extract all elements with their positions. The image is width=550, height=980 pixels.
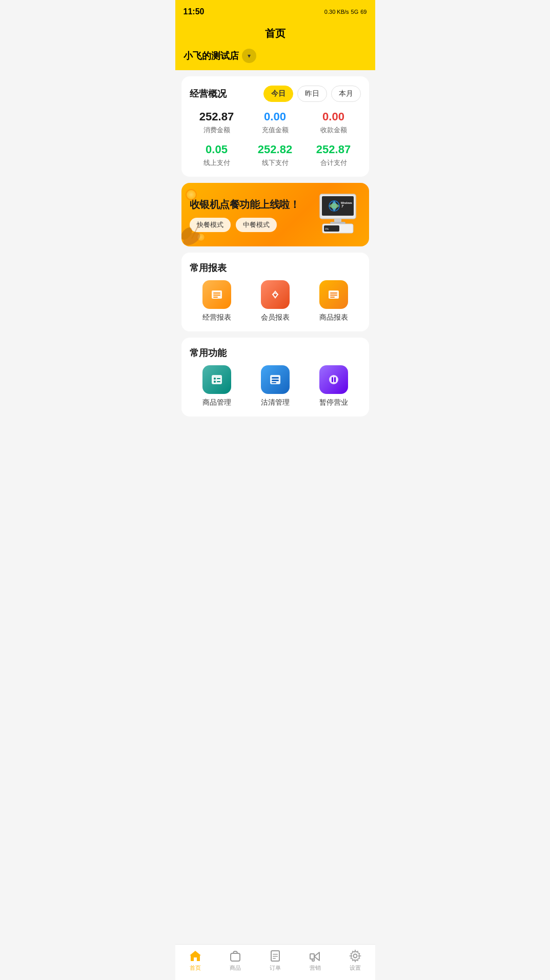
nav-home[interactable]: 首页 [175,949,215,972]
promo-banner[interactable]: 收银机点餐功能上线啦！ 快餐模式 中餐模式 Windows 7 [181,183,369,246]
stat-recharge-value: 0.00 [248,110,302,123]
network-type: 5G [351,9,359,15]
business-report-svg [210,287,224,302]
report-goods-label: 商品报表 [319,313,348,322]
stats-grid: 252.87 消费金额 0.00 充值金额 0.00 收款金额 0.05 线上支… [190,110,361,168]
svg-rect-14 [213,293,220,294]
business-overview-card: 经营概况 今日 昨日 本月 252.87 消费金额 0.00 充值金额 0.00… [181,76,369,177]
stat-online-pay-value: 0.05 [190,143,244,156]
svg-rect-37 [273,958,276,959]
stat-consumption-value: 252.87 [190,110,244,123]
func-pause-icon [319,365,348,394]
svg-rect-27 [272,377,279,379]
functions-title: 常用功能 [190,347,361,359]
stat-offline-pay-label: 线下支付 [248,158,302,168]
marketing-icon [309,949,322,963]
stat-total-pay-label: 合计支付 [307,158,361,168]
banner-image: Windows 7 iTA [315,193,361,236]
svg-rect-16 [213,297,218,298]
nav-orders-label: 订单 [270,964,281,972]
svg-point-24 [214,381,216,383]
banner-leaf-deco [181,213,217,246]
nav-marketing[interactable]: 营销 [295,949,335,972]
stat-total-pay-value: 252.87 [307,143,361,156]
stat-online-pay-label: 线上支付 [190,158,244,168]
func-product-label: 商品管理 [202,398,231,407]
func-clear-icon [261,365,290,394]
bottom-nav: 首页 商品 订单 营销 设置 [175,944,375,980]
svg-rect-28 [272,380,279,381]
store-dropdown-icon[interactable]: ▾ [242,49,256,63]
pos-machine-icon: Windows 7 iTA [315,193,361,234]
report-business-icon [202,280,231,309]
tab-today[interactable]: 今日 [263,86,293,102]
tab-yesterday[interactable]: 昨日 [297,86,327,102]
stat-online-pay: 0.05 线上支付 [190,143,244,168]
main-content: 经营概况 今日 昨日 本月 252.87 消费金额 0.00 充值金额 0.00… [175,70,375,457]
svg-rect-31 [332,377,333,382]
nav-settings-label: 设置 [350,964,361,972]
svg-rect-23 [217,378,220,379]
svg-text:iTA: iTA [325,227,329,231]
svg-point-30 [329,375,338,384]
products-icon [229,949,242,963]
svg-rect-21 [212,375,222,384]
functions-card: 常用功能 商品管理 [181,338,369,416]
nav-products[interactable]: 商品 [215,949,255,972]
nav-orders[interactable]: 订单 [255,949,295,972]
banner-title: 收银机点餐功能上线啦！ [190,198,309,212]
func-clear-mgmt[interactable]: 沽清管理 [248,365,302,407]
reports-grid: 经营报表 会员报表 [190,280,361,322]
svg-rect-8 [334,219,341,222]
pause-biz-svg [327,372,341,387]
network-speed: 0.30 KB/s [324,9,349,15]
stat-receipt-label: 收款金额 [307,126,361,135]
banner-btn-chinese[interactable]: 中餐模式 [236,218,277,232]
stat-recharge-label: 充值金额 [248,126,302,135]
app-header: 首页 [175,23,375,49]
svg-rect-36 [273,956,278,957]
report-goods[interactable]: 商品报表 [307,280,361,322]
page-title: 首页 [175,27,375,40]
clear-mgmt-svg [268,372,282,387]
status-icons: 0.30 KB/s 5G 69 [324,9,367,15]
svg-rect-18 [330,293,337,294]
stat-offline-pay: 252.82 线下支付 [248,143,302,168]
stat-receipt: 0.00 收款金额 [307,110,361,135]
store-selector[interactable]: 小飞的测试店 ▾ [175,49,375,70]
func-product-mgmt[interactable]: 商品管理 [190,365,244,407]
overview-title: 经营概况 [190,88,227,100]
nav-settings[interactable]: 设置 [335,949,375,972]
svg-rect-38 [310,954,314,959]
store-name: 小飞的测试店 [184,50,239,62]
date-tab-group: 今日 昨日 本月 [263,86,361,102]
reports-title: 常用报表 [190,262,361,274]
func-product-icon [202,365,231,394]
func-pause-biz[interactable]: 暂停营业 [307,365,361,407]
svg-rect-32 [334,377,336,382]
stat-offline-pay-value: 252.82 [248,143,302,156]
svg-rect-25 [217,381,220,382]
status-bar: 11:50 0.30 KB/s 5G 69 [175,0,375,23]
report-business-label: 经营报表 [202,313,231,322]
report-business[interactable]: 经营报表 [190,280,244,322]
report-member-icon [261,280,290,309]
report-member[interactable]: 会员报表 [248,280,302,322]
tab-month[interactable]: 本月 [331,86,361,102]
func-clear-label: 沽清管理 [261,398,290,407]
stat-recharge: 0.00 充值金额 [248,110,302,135]
stat-receipt-value: 0.00 [307,110,361,123]
stat-consumption: 252.87 消费金额 [190,110,244,135]
product-mgmt-svg [210,372,224,387]
nav-marketing-label: 营销 [310,964,321,972]
nav-products-label: 商品 [230,964,241,972]
svg-rect-39 [312,959,314,961]
functions-grid: 商品管理 沽清管理 [190,365,361,407]
home-icon [189,949,202,963]
svg-rect-29 [272,382,276,383]
svg-point-22 [214,378,216,380]
svg-rect-15 [213,295,220,296]
stat-total-pay: 252.87 合计支付 [307,143,361,168]
report-member-label: 会员报表 [261,313,290,322]
nav-home-label: 首页 [190,964,201,972]
